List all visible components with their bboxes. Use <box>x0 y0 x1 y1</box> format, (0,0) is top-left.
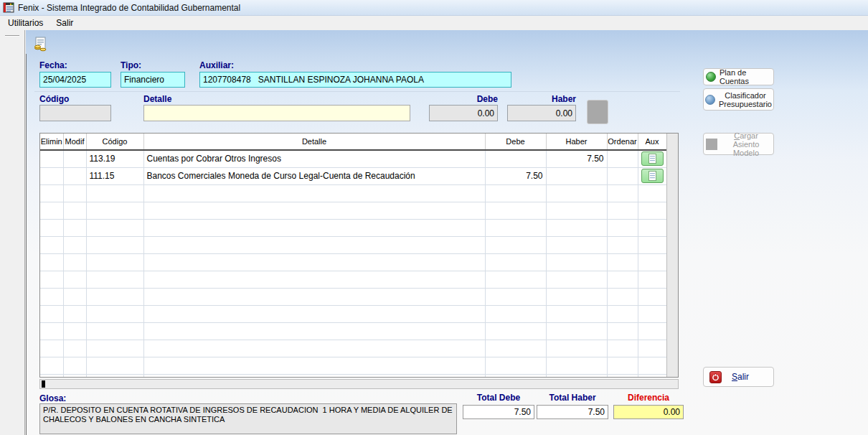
haber-input[interactable]: 0.00 <box>507 105 576 121</box>
grid-horizontal-scrollbar[interactable] <box>39 379 679 389</box>
fecha-input[interactable]: 25/04/2025 <box>39 72 111 88</box>
header-codigo: Código <box>86 134 143 150</box>
table-row-empty <box>40 202 666 219</box>
app-icon <box>3 2 14 14</box>
title-bar: Fenix - Sistema Integrado de Contabilida… <box>0 0 868 16</box>
salir-icon <box>709 371 722 383</box>
glosa-input[interactable]: P/R. DEPOSITO EN CUENTA ROTATIVA DE INGR… <box>39 403 457 434</box>
table-row: 113.19 Cuentas por Cobrar Otros Ingresos… <box>40 150 666 167</box>
cell-debe: 7.50 <box>485 167 546 184</box>
header-elimin: Elimin <box>40 134 63 150</box>
total-haber-value: 7.50 <box>537 405 608 419</box>
main-panel: Fecha: Tipo: Auxiliar: 25/04/2025 Financ… <box>26 30 868 435</box>
cell-elimin[interactable] <box>40 167 63 184</box>
debe-input[interactable]: 0.00 <box>429 105 498 121</box>
header-aux: Aux <box>638 134 666 150</box>
detalle-label: Detalle <box>143 94 171 104</box>
cell-aux <box>638 150 666 167</box>
cargar-asiento-modelo-button[interactable]: Cargar AsientoModelo <box>703 133 774 155</box>
total-haber-label: Total Haber <box>537 393 608 403</box>
cell-ordenar <box>607 150 638 167</box>
menu-utilitarios[interactable]: Utilitarios <box>1 16 49 30</box>
cargar-icon <box>706 139 717 150</box>
aux-button[interactable] <box>641 151 664 166</box>
cell-elimin[interactable] <box>40 150 63 167</box>
aux-icon <box>648 171 656 181</box>
cell-detalle: Cuentas por Cobrar Otros Ingresos <box>143 150 485 167</box>
window-title: Fenix - Sistema Integrado de Contabilida… <box>18 3 240 13</box>
plan-de-cuentas-button[interactable]: Plan de Cuentas <box>703 68 774 85</box>
clasificador-icon <box>705 95 715 105</box>
cell-codigo: 111.15 <box>86 167 143 184</box>
header-modif: Modif <box>63 134 86 150</box>
header-haber: Haber <box>546 134 607 150</box>
codigo-label: Código <box>39 94 69 104</box>
table-row-empty <box>40 184 666 202</box>
scrollbar-thumb[interactable] <box>42 380 45 388</box>
table-row-empty <box>40 322 666 340</box>
cell-aux <box>638 167 666 184</box>
cell-codigo: 113.19 <box>86 150 143 167</box>
codigo-input[interactable] <box>39 105 111 121</box>
header-detalle: Detalle <box>143 134 485 150</box>
glosa-label: Glosa: <box>39 393 66 403</box>
new-entry-icon[interactable] <box>33 36 49 54</box>
header-debe: Debe <box>485 134 546 150</box>
tipo-input[interactable]: Financiero <box>121 72 185 88</box>
fecha-label: Fecha: <box>39 60 67 70</box>
cell-modif[interactable] <box>63 150 86 167</box>
detalle-input[interactable] <box>143 105 410 121</box>
total-debe-label: Total Debe <box>463 393 534 403</box>
diferencia-label: Diferencia <box>613 393 684 403</box>
add-row-button[interactable] <box>587 100 608 124</box>
table-row-empty <box>40 288 666 305</box>
table-row-empty <box>40 253 666 271</box>
app-window: Fenix - Sistema Integrado de Contabilida… <box>0 0 868 435</box>
header-ordenar: Ordenar <box>607 134 638 150</box>
debe-label: Debe <box>429 94 498 104</box>
aux-button[interactable] <box>641 169 664 183</box>
menu-salir[interactable]: Salir <box>49 16 80 30</box>
table-row-empty <box>40 340 666 357</box>
cell-detalle: Bancos Comerciales Moneda de Curso Legal… <box>143 167 485 184</box>
entries-grid: Elimin Modif Código Detalle Debe Haber O… <box>39 133 679 378</box>
table-row-empty <box>40 236 666 253</box>
table-row-empty <box>40 219 666 236</box>
entries-table: Elimin Modif Código Detalle Debe Haber O… <box>40 134 667 378</box>
diferencia-value: 0.00 <box>613 405 684 419</box>
cell-haber <box>546 167 607 184</box>
section-divider <box>34 91 680 92</box>
table-row-empty <box>40 271 666 288</box>
left-panel <box>0 30 25 435</box>
auxiliar-input[interactable]: 1207708478 SANTILLAN ESPINOZA JOHANNA PA… <box>199 72 511 88</box>
aux-icon <box>648 154 656 164</box>
table-header-row: Elimin Modif Código Detalle Debe Haber O… <box>40 134 666 150</box>
tipo-label: Tipo: <box>121 60 141 70</box>
table-row-empty <box>40 305 666 322</box>
cell-debe <box>485 150 546 167</box>
haber-label: Haber <box>507 94 576 104</box>
auxiliar-label: Auxiliar: <box>199 60 234 70</box>
cell-ordenar <box>607 167 638 184</box>
menu-bar: Utilitarios Salir <box>0 16 868 30</box>
table-row-empty <box>40 357 666 374</box>
plan-de-cuentas-icon <box>706 72 716 82</box>
table-row: 111.15 Bancos Comerciales Moneda de Curs… <box>40 167 666 184</box>
grid-body: 113.19 Cuentas por Cobrar Otros Ingresos… <box>40 150 666 378</box>
splitter-handle[interactable] <box>5 35 19 37</box>
grid-vertical-scrollbar[interactable] <box>666 134 678 377</box>
salir-button[interactable]: Salir <box>703 367 774 387</box>
clasificador-presupuestario-button[interactable]: ClasificadorPresupuestario <box>703 88 774 111</box>
cell-modif[interactable] <box>63 167 86 184</box>
table-row-empty <box>40 374 666 378</box>
cell-haber: 7.50 <box>546 150 607 167</box>
total-debe-value: 7.50 <box>463 405 534 419</box>
